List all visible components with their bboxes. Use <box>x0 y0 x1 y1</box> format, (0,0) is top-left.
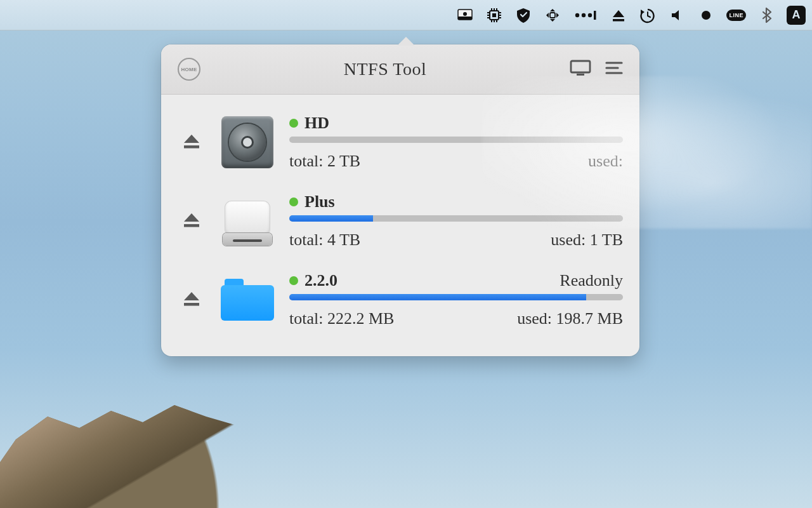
used-label: used: 1 TB <box>551 231 623 250</box>
svg-rect-33 <box>571 61 590 72</box>
svg-rect-43 <box>184 303 199 306</box>
chip-icon[interactable] <box>485 6 503 24</box>
svg-marker-19 <box>546 13 549 18</box>
svg-marker-26 <box>613 10 624 17</box>
svg-point-2 <box>463 12 467 16</box>
menu-icon[interactable] <box>605 60 623 78</box>
letter-a-icon[interactable]: A <box>787 6 806 25</box>
shield-icon[interactable] <box>514 6 532 24</box>
external-drive-icon <box>218 192 277 250</box>
total-label: total: 222.2 MB <box>289 309 394 328</box>
android-icon[interactable] <box>544 6 561 24</box>
svg-point-24 <box>588 13 592 17</box>
popover-header: HOME NTFS Tool <box>161 44 639 95</box>
svg-marker-20 <box>556 13 559 18</box>
ntfs-tool-popover: HOME NTFS Tool <box>161 44 639 356</box>
desktop-background: LINE A HOME NTFS Tool <box>0 0 812 508</box>
svg-rect-41 <box>184 224 199 227</box>
usage-bar <box>289 294 586 300</box>
svg-marker-18 <box>550 19 555 22</box>
svg-rect-27 <box>613 19 624 22</box>
system-menubar: LINE A <box>0 0 812 30</box>
svg-point-23 <box>582 13 586 17</box>
svg-rect-21 <box>550 13 555 18</box>
svg-rect-1 <box>458 17 472 20</box>
svg-marker-40 <box>184 213 199 222</box>
bluetooth-icon[interactable] <box>757 6 775 24</box>
status-dot-icon <box>289 119 298 128</box>
record-icon[interactable] <box>697 6 715 24</box>
svg-rect-39 <box>184 145 199 149</box>
used-label: used: 198.7 MB <box>517 309 623 328</box>
line-app-icon[interactable]: LINE <box>726 6 746 24</box>
drive-row[interactable]: 2.2.0 Readonly total: 222.2 MB used: 198… <box>178 260 623 338</box>
app-title: NTFS Tool <box>200 59 570 79</box>
status-dot-icon <box>289 276 298 285</box>
eject-button[interactable] <box>182 290 201 310</box>
eject-button[interactable] <box>182 132 201 152</box>
home-button[interactable]: HOME <box>178 58 200 81</box>
drive-name: 2.2.0 <box>304 271 337 290</box>
eject-icon[interactable] <box>610 6 627 24</box>
line-badge-label: LINE <box>726 10 746 21</box>
svg-point-32 <box>702 11 710 20</box>
svg-marker-38 <box>184 135 199 143</box>
svg-rect-25 <box>594 11 596 20</box>
svg-marker-17 <box>550 9 555 11</box>
readonly-label: Readonly <box>560 271 623 290</box>
drive-name: Plus <box>304 192 335 211</box>
timemachine-icon[interactable] <box>639 6 657 24</box>
svg-marker-31 <box>672 10 679 20</box>
drive-row[interactable]: HD total: 2 TB used: <box>178 102 623 181</box>
status-dot-icon <box>289 197 298 206</box>
folder-icon <box>218 271 277 328</box>
drive-row[interactable]: Plus total: 4 TB used: 1 TB <box>178 181 623 260</box>
svg-marker-42 <box>184 292 199 300</box>
wallpaper-mountains <box>0 394 317 508</box>
total-label: total: 4 TB <box>289 231 360 250</box>
usage-bar <box>289 215 373 222</box>
svg-line-30 <box>648 16 650 17</box>
used-label: used: <box>588 152 623 171</box>
password-icon[interactable] <box>573 6 598 24</box>
drives-list: HD total: 2 TB used: <box>161 95 639 356</box>
usage-progress <box>289 215 623 222</box>
svg-marker-28 <box>641 10 645 15</box>
internal-hdd-icon <box>218 114 277 171</box>
total-label: total: 2 TB <box>289 152 360 171</box>
drive-name: HD <box>304 114 329 133</box>
volume-icon[interactable] <box>668 6 686 24</box>
svg-rect-4 <box>492 13 496 17</box>
usage-progress <box>289 294 623 300</box>
home-button-label: HOME <box>181 67 197 72</box>
usage-progress <box>289 137 623 143</box>
drive-icon[interactable] <box>456 6 474 24</box>
eject-button[interactable] <box>182 211 201 231</box>
svg-point-22 <box>575 13 579 17</box>
svg-rect-34 <box>577 74 584 76</box>
display-icon[interactable] <box>570 59 591 79</box>
